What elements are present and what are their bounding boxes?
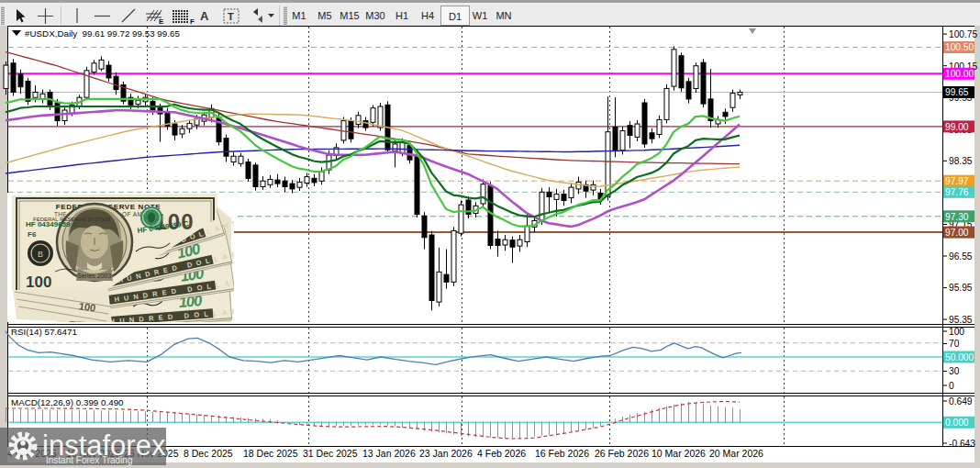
svg-text:Instant Forex Trading: Instant Forex Trading: [46, 455, 133, 465]
svg-text:16 Feb 2026: 16 Feb 2026: [535, 448, 589, 459]
svg-text:0: 0: [949, 381, 954, 391]
svg-text:95.35: 95.35: [949, 315, 973, 325]
svg-text:97.00: 97.00: [945, 228, 969, 238]
svg-text:97.30: 97.30: [945, 212, 969, 222]
svg-text:0.649: 0.649: [949, 396, 973, 407]
svg-text:#USDX,Daily 99.61 99.72 99.53: #USDX,Daily 99.61 99.72 99.53 99.65: [25, 28, 180, 39]
svg-text:FEDERAL RESERVE SYSTEM: FEDERAL RESERVE SYSTEM: [33, 217, 110, 222]
svg-text:70: 70: [949, 339, 960, 349]
svg-text:99.00: 99.00: [945, 122, 969, 132]
svg-text:99.65: 99.65: [945, 87, 969, 97]
svg-text:18 Dec 2025: 18 Dec 2025: [243, 448, 298, 459]
svg-text:13 Jan 2026: 13 Jan 2026: [362, 448, 416, 459]
svg-text:10 Mar 2026: 10 Mar 2026: [651, 448, 706, 459]
svg-text:Series 2003: Series 2003: [77, 273, 111, 279]
svg-text:95.95: 95.95: [949, 283, 973, 293]
svg-text:50.000: 50.000: [945, 352, 974, 362]
svg-text:8 Dec 2025: 8 Dec 2025: [184, 448, 233, 459]
svg-text:RSI(14) 57.6471: RSI(14) 57.6471: [11, 327, 77, 337]
svg-text:23 Jan 2026: 23 Jan 2026: [419, 448, 473, 459]
svg-text:0.000: 0.000: [945, 418, 969, 428]
svg-text:100.75: 100.75: [949, 29, 977, 39]
svg-text:96.55: 96.55: [949, 251, 973, 262]
svg-text:30: 30: [949, 366, 960, 376]
svg-text:B: B: [38, 250, 43, 259]
svg-text:100.50: 100.50: [945, 42, 974, 52]
svg-text:31 Dec 2025: 31 Dec 2025: [303, 448, 358, 459]
svg-text:97.97: 97.97: [945, 176, 969, 186]
svg-text:100: 100: [78, 300, 96, 313]
svg-text:F6: F6: [28, 230, 37, 239]
svg-text:100.00: 100.00: [945, 69, 974, 79]
svg-text:97.76: 97.76: [945, 187, 969, 197]
svg-text:98.35: 98.35: [949, 156, 973, 166]
svg-text:26 Feb 2026: 26 Feb 2026: [595, 448, 649, 459]
svg-text:4 Feb 2026: 4 Feb 2026: [477, 448, 526, 459]
svg-text:100: 100: [949, 327, 964, 337]
svg-text:100: 100: [26, 273, 51, 291]
svg-text:MACD(12,26,9) 0.399 0.490: MACD(12,26,9) 0.399 0.490: [11, 397, 124, 407]
svg-text:20 Mar 2026: 20 Mar 2026: [709, 448, 763, 459]
